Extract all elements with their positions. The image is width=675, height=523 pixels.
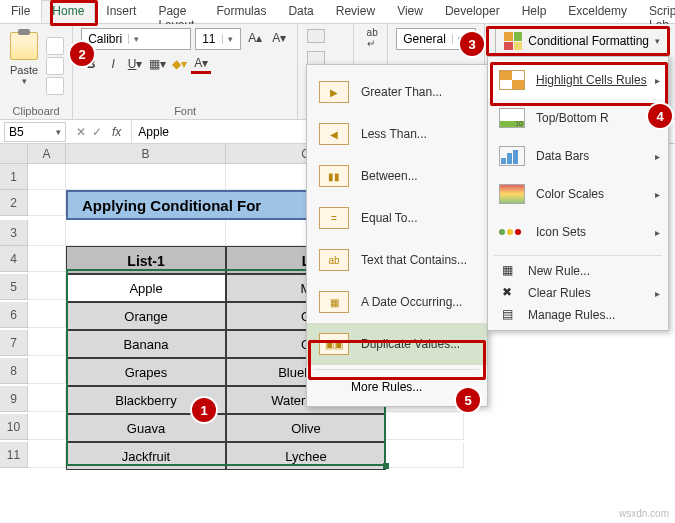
cf-colorscales-label: Color Scales bbox=[536, 187, 604, 201]
underline-button[interactable]: U▾ bbox=[125, 54, 145, 74]
tab-data[interactable]: Data bbox=[277, 0, 324, 23]
cf-new-rule[interactable]: ▦ New Rule... bbox=[488, 260, 668, 282]
cf-clear-rules[interactable]: ✖ Clear Rules ▸ bbox=[488, 282, 668, 304]
icon-sets-icon bbox=[499, 222, 525, 242]
cf-highlight-cells-rules[interactable]: Highlight Cells Rules ▸ bbox=[488, 61, 668, 99]
wrap-text-button[interactable]: ab↵ bbox=[362, 28, 382, 48]
cell-B6[interactable]: Orange bbox=[66, 302, 226, 330]
row-header-10[interactable]: 10 bbox=[0, 414, 28, 440]
table-header-1[interactable]: List-1 bbox=[66, 246, 226, 274]
row-header-11[interactable]: 11 bbox=[0, 442, 28, 468]
rule-equal-label: Equal To... bbox=[361, 211, 417, 225]
row-header-5[interactable]: 5 bbox=[0, 274, 28, 300]
cell-B7[interactable]: Banana bbox=[66, 330, 226, 358]
italic-button[interactable]: I bbox=[103, 54, 123, 74]
selection-handle[interactable] bbox=[383, 463, 389, 469]
cf-top-bottom-rules[interactable]: Top/Bottom R ▸ bbox=[488, 99, 668, 137]
rule-greater-than[interactable]: ▶ Greater Than... bbox=[307, 71, 487, 113]
tab-insert[interactable]: Insert bbox=[95, 0, 147, 23]
tab-developer[interactable]: Developer bbox=[434, 0, 511, 23]
group-clipboard: Paste ▾ Clipboard bbox=[0, 24, 73, 119]
increase-font-button[interactable]: A▴ bbox=[245, 28, 265, 48]
cell-C10[interactable]: Olive bbox=[226, 414, 386, 442]
row-header-2[interactable]: 2 bbox=[0, 190, 28, 216]
font-name-dropdown[interactable]: Calibri ▾ bbox=[81, 28, 191, 50]
rule-duplicate-values[interactable]: ▣▣ Duplicate Values... bbox=[307, 323, 487, 365]
copy-button[interactable] bbox=[46, 57, 64, 75]
text-contains-icon: ab bbox=[319, 249, 349, 271]
watermark: wsxdn.com bbox=[619, 508, 669, 519]
row-header-9[interactable]: 9 bbox=[0, 386, 28, 412]
cf-clear-label: Clear Rules bbox=[528, 286, 591, 300]
col-header-A[interactable]: A bbox=[28, 144, 66, 164]
font-size-dropdown[interactable]: 11 ▾ bbox=[195, 28, 241, 50]
cell-C11[interactable]: Lychee bbox=[226, 442, 386, 470]
annotation-badge-3: 3 bbox=[460, 32, 484, 56]
rule-less-than[interactable]: ◀ Less Than... bbox=[307, 113, 487, 155]
tab-home[interactable]: Home bbox=[41, 0, 95, 23]
fill-color-button[interactable]: ◆▾ bbox=[169, 54, 189, 74]
row-header-3[interactable]: 3 bbox=[0, 220, 28, 246]
rule-less-label: Less Than... bbox=[361, 127, 427, 141]
cell-B8[interactable]: Grapes bbox=[66, 358, 226, 386]
paste-caret[interactable]: ▾ bbox=[22, 76, 27, 86]
rule-greater-label: Greater Than... bbox=[361, 85, 442, 99]
chevron-right-icon: ▸ bbox=[655, 288, 660, 299]
format-painter-button[interactable] bbox=[46, 77, 64, 95]
cf-manage-rules[interactable]: ▤ Manage Rules... bbox=[488, 304, 668, 326]
highlight-cells-icon bbox=[499, 70, 525, 90]
annotation-badge-1: 1 bbox=[192, 398, 216, 422]
tab-help[interactable]: Help bbox=[511, 0, 558, 23]
tab-review[interactable]: Review bbox=[325, 0, 386, 23]
col-header-B[interactable]: B bbox=[66, 144, 226, 164]
cf-icon-sets[interactable]: Icon Sets ▸ bbox=[488, 213, 668, 251]
select-all-triangle[interactable] bbox=[0, 144, 28, 164]
row-header-4[interactable]: 4 bbox=[0, 246, 28, 272]
rule-equal-to[interactable]: = Equal To... bbox=[307, 197, 487, 239]
row-header-8[interactable]: 8 bbox=[0, 358, 28, 384]
chevron-down-icon: ▾ bbox=[128, 34, 144, 44]
tab-view[interactable]: View bbox=[386, 0, 434, 23]
group-font: Calibri ▾ 11 ▾ A▴ A▾ B I U▾ ▦▾ ◆▾ A▾ Fon… bbox=[73, 24, 298, 119]
tab-custom1[interactable]: Exceldemy bbox=[557, 0, 638, 23]
manage-rules-icon: ▤ bbox=[502, 307, 518, 323]
conditional-formatting-icon bbox=[504, 32, 522, 50]
enter-icon[interactable]: ✓ bbox=[92, 125, 102, 139]
conditional-formatting-button[interactable]: Conditional Formatting ▾ bbox=[495, 28, 669, 54]
chevron-right-icon: ▸ bbox=[655, 227, 660, 238]
cut-button[interactable] bbox=[46, 37, 64, 55]
greater-than-icon: ▶ bbox=[319, 81, 349, 103]
name-box[interactable]: B5 ▾ bbox=[4, 122, 66, 142]
tab-custom2[interactable]: Script Lab bbox=[638, 0, 675, 23]
paste-button[interactable]: Paste ▾ bbox=[8, 28, 40, 103]
cancel-icon[interactable]: ✕ bbox=[76, 125, 86, 139]
tab-pagelayout[interactable]: Page Layout bbox=[147, 0, 205, 23]
cell-B11[interactable]: Jackfruit bbox=[66, 442, 226, 470]
cf-data-bars[interactable]: Data Bars ▸ bbox=[488, 137, 668, 175]
equal-icon: = bbox=[319, 207, 349, 229]
clear-rules-icon: ✖ bbox=[502, 285, 518, 301]
cf-color-scales[interactable]: Color Scales ▸ bbox=[488, 175, 668, 213]
decrease-font-button[interactable]: A▾ bbox=[269, 28, 289, 48]
paste-icon bbox=[10, 32, 38, 60]
align-mid-button[interactable] bbox=[307, 51, 325, 65]
align-top-button[interactable] bbox=[307, 29, 325, 43]
border-button[interactable]: ▦▾ bbox=[147, 54, 167, 74]
row-header-7[interactable]: 7 bbox=[0, 330, 28, 356]
cf-topbottom-label: Top/Bottom R bbox=[536, 111, 609, 125]
cell-B5[interactable]: Apple bbox=[66, 274, 226, 302]
font-color-button[interactable]: A▾ bbox=[191, 54, 211, 74]
chevron-down-icon: ▾ bbox=[655, 36, 660, 46]
tab-file[interactable]: File bbox=[0, 0, 41, 23]
row-header-6[interactable]: 6 bbox=[0, 302, 28, 328]
rule-date-occurring[interactable]: ▦ A Date Occurring... bbox=[307, 281, 487, 323]
rule-between[interactable]: ▮▮ Between... bbox=[307, 155, 487, 197]
cf-databars-label: Data Bars bbox=[536, 149, 589, 163]
tab-formulas[interactable]: Formulas bbox=[205, 0, 277, 23]
rule-text-contains[interactable]: ab Text that Contains... bbox=[307, 239, 487, 281]
chevron-right-icon: ▸ bbox=[655, 189, 660, 200]
row-header-1[interactable]: 1 bbox=[0, 164, 28, 190]
chevron-right-icon: ▸ bbox=[655, 151, 660, 162]
fx-icon[interactable]: fx bbox=[112, 125, 121, 139]
group-clipboard-label: Clipboard bbox=[8, 105, 64, 117]
